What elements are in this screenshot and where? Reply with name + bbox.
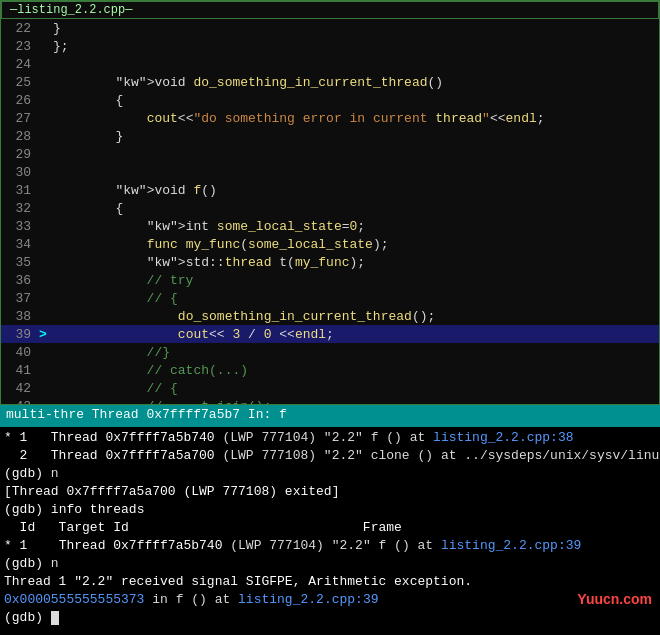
line-number: 37 — [1, 291, 39, 306]
editor-title: —listing_2.2.cpp— — [1, 1, 659, 19]
line-number: 36 — [1, 273, 39, 288]
code-line: 27 cout<<"do something error in current … — [1, 109, 659, 127]
line-arrow — [39, 39, 53, 54]
gdb-title-text: multi-thre Thread 0x7ffff7a5b7 In: f — [6, 407, 287, 422]
line-content: func my_func(some_local_state); — [53, 237, 389, 252]
line-number: 41 — [1, 363, 39, 378]
code-line: 39> cout<< 3 / 0 <<endl; — [1, 325, 659, 343]
gdb-line: (gdb) n — [4, 465, 656, 483]
editor-area: —listing_2.2.cpp— 22 }23 };24 25 "kw">vo… — [0, 0, 660, 405]
line-arrow — [39, 219, 53, 234]
gdb-line: (gdb) — [4, 609, 656, 627]
line-arrow — [39, 201, 53, 216]
line-number: 26 — [1, 93, 39, 108]
code-line: 33 "kw">int some_local_state=0; — [1, 217, 659, 235]
line-arrow — [39, 291, 53, 306]
line-number: 34 — [1, 237, 39, 252]
gdb-line: * 1 Thread 0x7ffff7a5b740 (LWP 777104) "… — [4, 429, 656, 447]
line-number: 25 — [1, 75, 39, 90]
line-arrow: > — [39, 327, 53, 342]
code-line: 38 do_something_in_current_thread(); — [1, 307, 659, 325]
line-content: "kw">void f() — [53, 183, 217, 198]
gdb-line: (gdb) info threads — [4, 501, 656, 519]
code-line: 36 // try — [1, 271, 659, 289]
line-number: 38 — [1, 309, 39, 324]
gdb-line: (gdb) n — [4, 555, 656, 573]
code-line: 29 — [1, 145, 659, 163]
line-arrow — [39, 57, 53, 72]
line-arrow — [39, 93, 53, 108]
line-number: 30 — [1, 165, 39, 180]
line-arrow — [39, 111, 53, 126]
gdb-line: Id Target Id Frame — [4, 519, 656, 537]
line-content: { — [53, 93, 123, 108]
gdb-line: * 1 Thread 0x7ffff7a5b740 (LWP 777104) "… — [4, 537, 656, 555]
line-number: 22 — [1, 21, 39, 36]
line-arrow — [39, 273, 53, 288]
line-number: 31 — [1, 183, 39, 198]
editor-filename: listing_2.2.cpp — [17, 3, 125, 17]
gdb-line: Thread 1 "2.2" received signal SIGFPE, A… — [4, 573, 656, 591]
code-line: 31 "kw">void f() — [1, 181, 659, 199]
code-line: 37 // { — [1, 289, 659, 307]
code-line: 30 — [1, 163, 659, 181]
line-content: } — [53, 129, 123, 144]
line-arrow — [39, 75, 53, 90]
gdb-cursor — [51, 611, 59, 625]
line-arrow — [39, 129, 53, 144]
line-arrow — [39, 237, 53, 252]
gdb-line: 2 Thread 0x7ffff7a5a700 (LWP 777108) "2.… — [4, 447, 656, 465]
line-number: 39 — [1, 327, 39, 342]
code-line: 22 } — [1, 19, 659, 37]
line-arrow — [39, 21, 53, 36]
code-line: 28 } — [1, 127, 659, 145]
line-content: }; — [53, 39, 69, 54]
gdb-area: multi-thre Thread 0x7ffff7a5b7 In: f * 1… — [0, 405, 660, 635]
line-arrow — [39, 381, 53, 396]
line-arrow — [39, 345, 53, 360]
code-line: 26 { — [1, 91, 659, 109]
line-number: 27 — [1, 111, 39, 126]
line-number: 28 — [1, 129, 39, 144]
line-content: } — [53, 21, 61, 36]
line-content: "kw">int some_local_state=0; — [53, 219, 365, 234]
watermark: Yuucn.com — [577, 591, 652, 607]
code-line: 24 — [1, 55, 659, 73]
line-number: 35 — [1, 255, 39, 270]
line-content: "kw">void do_something_in_current_thread… — [53, 75, 443, 90]
line-number: 42 — [1, 381, 39, 396]
gdb-content: * 1 Thread 0x7ffff7a5b740 (LWP 777104) "… — [0, 427, 660, 629]
line-content: // catch(...) — [53, 363, 248, 378]
gdb-line: 0x0000555555555373 in f () at listing_2.… — [4, 591, 656, 609]
line-content: //} — [53, 345, 170, 360]
gdb-line: [Thread 0x7ffff7a5a700 (LWP 777108) exit… — [4, 483, 656, 501]
line-content: cout<<"do something error in current thr… — [53, 111, 545, 126]
code-line: 42 // { — [1, 379, 659, 397]
line-content: // try — [53, 273, 193, 288]
code-line: 41 // catch(...) — [1, 361, 659, 379]
code-line: 35 "kw">std::thread t(my_func); — [1, 253, 659, 271]
line-content: "kw">std::thread t(my_func); — [53, 255, 365, 270]
line-arrow — [39, 183, 53, 198]
code-line: 32 { — [1, 199, 659, 217]
code-line: 23 }; — [1, 37, 659, 55]
line-content: cout<< 3 / 0 <<endl; — [53, 327, 334, 342]
line-arrow — [39, 147, 53, 162]
line-arrow — [39, 309, 53, 324]
line-number: 33 — [1, 219, 39, 234]
line-number: 24 — [1, 57, 39, 72]
line-content: // { — [53, 381, 178, 396]
line-content: { — [53, 201, 123, 216]
line-content: // { — [53, 291, 178, 306]
code-line: 40 //} — [1, 343, 659, 361]
code-lines: 22 }23 };24 25 "kw">void do_something_in… — [1, 19, 659, 405]
line-number: 23 — [1, 39, 39, 54]
line-number: 29 — [1, 147, 39, 162]
line-arrow — [39, 165, 53, 180]
code-line: 34 func my_func(some_local_state); — [1, 235, 659, 253]
line-number: 32 — [1, 201, 39, 216]
code-line: 43 // t.join(); — [1, 397, 659, 405]
line-arrow — [39, 255, 53, 270]
line-content: do_something_in_current_thread(); — [53, 309, 435, 324]
line-arrow — [39, 363, 53, 378]
